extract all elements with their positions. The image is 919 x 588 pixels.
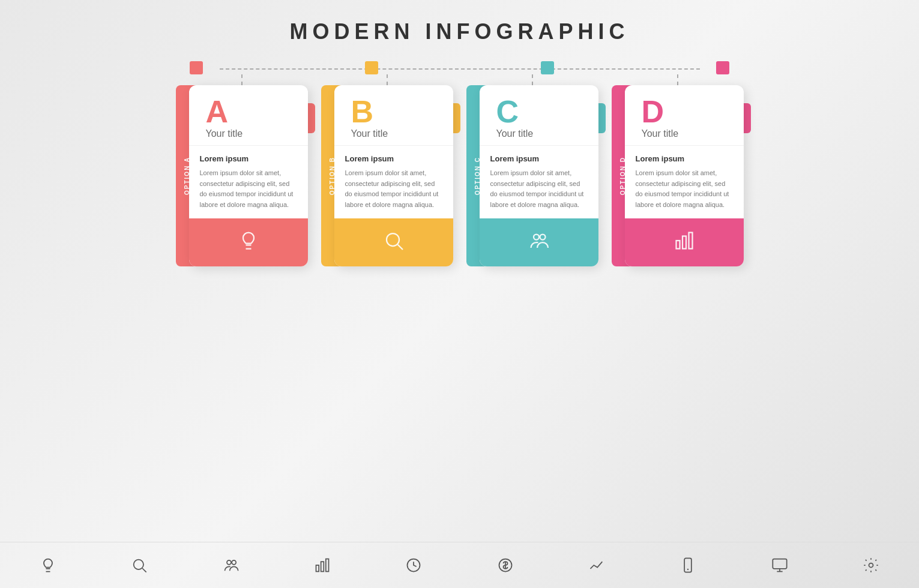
svg-point-19 bbox=[687, 569, 688, 570]
bottom-line-chart-icon[interactable] bbox=[585, 553, 609, 577]
bottom-dollar-icon[interactable] bbox=[493, 553, 517, 577]
svg-point-12 bbox=[232, 560, 236, 565]
v-line-c bbox=[532, 74, 533, 85]
timeline-dot-a bbox=[190, 61, 203, 74]
lightbulb-icon-a bbox=[238, 230, 259, 256]
card-title-b: Your title bbox=[351, 128, 442, 139]
svg-line-10 bbox=[143, 568, 146, 572]
card-letter-c: C bbox=[496, 96, 588, 127]
v-line-d bbox=[677, 74, 678, 85]
card-body-d: Lorem ipsum Lorem ipsum dolor sit amet, … bbox=[625, 145, 744, 218]
card-footer-b bbox=[334, 218, 453, 266]
timeline-dot-c bbox=[541, 61, 554, 74]
card-letter-a: A bbox=[206, 96, 297, 127]
card-b: B Your title Lorem ipsum Lorem ipsum dol… bbox=[334, 85, 453, 266]
svg-rect-18 bbox=[684, 558, 692, 572]
card-body-title-a: Lorem ipsum bbox=[200, 154, 297, 163]
card-footer-c bbox=[480, 218, 598, 266]
bottom-monitor-icon[interactable] bbox=[768, 553, 792, 577]
card-body-b: Lorem ipsum Lorem ipsum dolor sit amet, … bbox=[334, 145, 453, 218]
bottom-phone-icon[interactable] bbox=[676, 553, 700, 577]
card-wrapper-b: OPTION B B Your title Lorem ipsum Lorem … bbox=[321, 85, 453, 266]
card-body-c: Lorem ipsum Lorem ipsum dolor sit amet, … bbox=[480, 145, 598, 218]
svg-point-23 bbox=[869, 563, 873, 568]
card-header-b: B Your title bbox=[334, 85, 453, 145]
timeline bbox=[190, 61, 730, 74]
card-letter-d: D bbox=[642, 96, 733, 127]
svg-rect-20 bbox=[773, 559, 786, 569]
bottom-settings-icon[interactable] bbox=[859, 553, 883, 577]
card-footer-d bbox=[625, 218, 744, 266]
svg-line-2 bbox=[397, 245, 402, 250]
svg-rect-5 bbox=[676, 241, 679, 249]
card-title-c: Your title bbox=[496, 128, 588, 139]
card-body-text-a: Lorem ipsum dolor sit amet, consectetur … bbox=[200, 168, 297, 210]
svg-rect-15 bbox=[326, 559, 329, 572]
users-icon-c bbox=[528, 230, 550, 256]
svg-rect-13 bbox=[316, 565, 319, 572]
card-header-c: C Your title bbox=[480, 85, 598, 145]
svg-point-11 bbox=[227, 560, 231, 565]
v-line-a bbox=[241, 74, 243, 85]
svg-rect-14 bbox=[321, 562, 324, 571]
card-header-a: A Your title bbox=[189, 85, 308, 145]
card-body-title-b: Lorem ipsum bbox=[345, 154, 442, 163]
card-body-title-d: Lorem ipsum bbox=[636, 154, 733, 163]
card-header-d: D Your title bbox=[625, 85, 744, 145]
timeline-dots bbox=[190, 61, 730, 74]
bottom-bar-chart-icon[interactable] bbox=[310, 553, 334, 577]
card-title-d: Your title bbox=[642, 128, 733, 139]
bottom-bar bbox=[0, 542, 919, 588]
cards-row: OPTION A A Your title Lorem ipsum Lorem … bbox=[176, 85, 744, 266]
card-footer-a bbox=[189, 218, 308, 266]
v-line-b bbox=[387, 74, 388, 85]
card-body-a: Lorem ipsum Lorem ipsum dolor sit amet, … bbox=[189, 145, 308, 218]
card-c: C Your title Lorem ipsum Lorem ipsum dol… bbox=[480, 85, 598, 266]
svg-rect-6 bbox=[682, 236, 686, 248]
timeline-dot-d bbox=[716, 61, 729, 74]
page-title: MODERN INFOGRAPHIC bbox=[290, 19, 630, 44]
card-wrapper-a: OPTION A A Your title Lorem ipsum Lorem … bbox=[176, 85, 308, 266]
card-body-text-b: Lorem ipsum dolor sit amet, consectetur … bbox=[345, 168, 442, 210]
card-body-text-c: Lorem ipsum dolor sit amet, consectetur … bbox=[490, 168, 588, 210]
card-d: D Your title Lorem ipsum Lorem ipsum dol… bbox=[625, 85, 744, 266]
svg-point-9 bbox=[134, 560, 143, 569]
bar-chart-icon-d bbox=[673, 230, 695, 256]
svg-point-1 bbox=[387, 233, 399, 246]
timeline-dot-b bbox=[365, 61, 378, 74]
bottom-clock-icon[interactable] bbox=[402, 553, 426, 577]
search-icon-b bbox=[383, 230, 405, 256]
card-title-a: Your title bbox=[206, 128, 297, 139]
card-a: A Your title Lorem ipsum Lorem ipsum dol… bbox=[189, 85, 308, 266]
bottom-lightbulb-icon[interactable] bbox=[36, 553, 60, 577]
svg-point-4 bbox=[540, 234, 545, 239]
card-body-title-c: Lorem ipsum bbox=[490, 154, 588, 163]
svg-point-3 bbox=[534, 234, 539, 239]
bottom-search-icon[interactable] bbox=[127, 553, 151, 577]
svg-rect-7 bbox=[688, 232, 692, 248]
card-wrapper-d: OPTION D D Your title Lorem ipsum Lorem … bbox=[612, 85, 744, 266]
card-letter-b: B bbox=[351, 96, 442, 127]
card-body-text-d: Lorem ipsum dolor sit amet, consectetur … bbox=[636, 168, 733, 210]
card-wrapper-c: OPTION C C Your title Lorem ipsum Lorem … bbox=[466, 85, 598, 266]
bottom-users-icon[interactable] bbox=[219, 553, 243, 577]
